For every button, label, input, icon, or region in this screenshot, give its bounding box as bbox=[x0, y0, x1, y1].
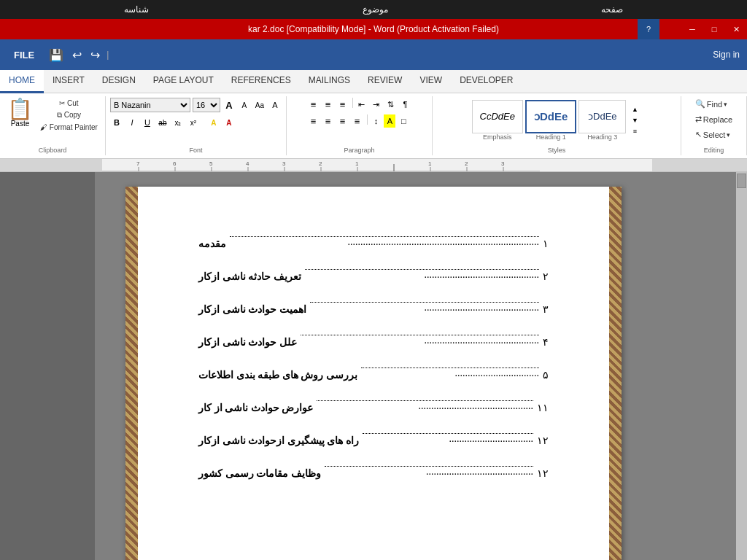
tab-design[interactable]: DESIGN bbox=[93, 70, 144, 93]
toc-title-0: مقدمه bbox=[198, 238, 226, 250]
editing-group: 🔍 Find ▾ ⇄ Replace ↖ Select ▾ Editing bbox=[681, 96, 747, 155]
font-size-select[interactable]: 16 bbox=[193, 98, 220, 112]
toc-dots-7: ........................................… bbox=[325, 466, 534, 467]
paragraph-group-label: Paragraph bbox=[287, 147, 432, 154]
shrink-font-button[interactable]: A bbox=[238, 98, 251, 112]
tab-view[interactable]: VIEW bbox=[411, 70, 451, 93]
show-marks-button[interactable]: ¶ bbox=[398, 98, 411, 111]
sign-in-button[interactable]: Sign in bbox=[713, 50, 740, 60]
save-button[interactable]: 💾 bbox=[44, 45, 68, 65]
minimize-button[interactable]: ─ bbox=[681, 19, 703, 39]
top-nav-movzoo[interactable]: موضوع bbox=[348, 4, 403, 15]
shading-button[interactable]: A bbox=[384, 114, 395, 128]
highlight-button[interactable]: A bbox=[207, 116, 220, 129]
replace-icon: ⇄ bbox=[695, 114, 702, 124]
style-heading1[interactable]: ↄDdEe Heading 1 bbox=[525, 100, 576, 141]
paragraph-group: ≡ ≡ ≡ ⇤ ⇥ ⇅ ¶ ≡ ≡ ≡ ≡ ↕ A □ Paragraph bbox=[287, 96, 433, 155]
style-emphasis-label: Emphasis bbox=[483, 133, 512, 141]
clipboard-group: 📋 Paste ✂ Cut ⧉ Copy 🖌 Format Painter Cl… bbox=[0, 96, 106, 155]
bold-button[interactable]: B bbox=[110, 116, 123, 129]
toc-dots-4: ................................. bbox=[361, 368, 540, 368]
toc-row-5: ۱۱ .....................................… bbox=[198, 402, 549, 414]
tab-developer[interactable]: DEVELOPER bbox=[451, 70, 522, 93]
title-text: kar 2.doc [Compatibility Mode] - Word (P… bbox=[248, 24, 499, 34]
toc-dots-1: ........................................… bbox=[305, 269, 540, 270]
toc-row-6: ۱۲ ................................. راه… bbox=[198, 435, 549, 447]
maximize-button[interactable]: □ bbox=[703, 19, 725, 39]
document-area[interactable]: ۱ ......................................… bbox=[0, 172, 747, 560]
table-of-contents: ۱ ......................................… bbox=[184, 230, 563, 508]
styles-group: CcDdEe Emphasis ↄDdEe Heading 1 ↄDdEe He… bbox=[433, 96, 681, 155]
scrollbar-thumb[interactable] bbox=[737, 174, 746, 188]
tab-references[interactable]: REFERENCES bbox=[222, 70, 300, 93]
tab-home[interactable]: HOME bbox=[0, 70, 44, 93]
format-painter-button[interactable]: 🖌 Format Painter bbox=[37, 122, 101, 133]
redo-button[interactable]: ↪ bbox=[86, 45, 104, 65]
decrease-indent-button[interactable]: ⇤ bbox=[355, 98, 368, 111]
undo-button[interactable]: ↩ bbox=[68, 45, 86, 65]
svg-text:3: 3 bbox=[501, 160, 505, 167]
copy-button[interactable]: ⧉ Copy bbox=[37, 109, 101, 121]
help-button[interactable]: ? bbox=[638, 19, 659, 39]
window-controls[interactable]: ? ─ □ ✕ bbox=[681, 19, 747, 39]
line-spacing-button[interactable]: ↕ bbox=[369, 114, 382, 128]
svg-text:1: 1 bbox=[355, 160, 359, 167]
tab-mailings[interactable]: MAILINGS bbox=[300, 70, 359, 93]
sort-button[interactable]: ⇅ bbox=[384, 98, 397, 111]
svg-text:3: 3 bbox=[282, 160, 286, 167]
cut-icon: ✂ bbox=[59, 99, 65, 107]
replace-button[interactable]: ⇄ Replace bbox=[691, 113, 737, 125]
styles-more-button[interactable]: ≡ bbox=[628, 126, 641, 136]
select-button[interactable]: ↖ Select ▾ bbox=[691, 128, 735, 141]
toc-row-1: ۲ ......................................… bbox=[198, 271, 549, 283]
style-heading3[interactable]: ↄDdEe Heading 3 bbox=[578, 100, 626, 141]
styles-scroll[interactable]: ▲ ▼ ≡ bbox=[628, 104, 641, 136]
align-right-button[interactable]: ≡ bbox=[336, 114, 349, 128]
tab-review[interactable]: REVIEW bbox=[359, 70, 411, 93]
font-name-select[interactable]: B Nazanin bbox=[110, 98, 190, 112]
align-left-button[interactable]: ≡ bbox=[306, 114, 320, 128]
page-right-border bbox=[609, 187, 622, 560]
paste-icon: 📋 bbox=[7, 99, 33, 120]
change-case-button[interactable]: Aa bbox=[253, 98, 266, 112]
bullets-button[interactable]: ≡ bbox=[306, 98, 320, 111]
document-page: ۱ ......................................… bbox=[125, 187, 622, 560]
cut-button[interactable]: ✂ Cut bbox=[37, 98, 101, 109]
align-center-button[interactable]: ≡ bbox=[321, 114, 334, 128]
find-button[interactable]: 🔍 Find ▾ bbox=[691, 98, 732, 110]
style-emphasis[interactable]: CcDdEe Emphasis bbox=[472, 100, 523, 141]
superscript-button[interactable]: x² bbox=[187, 116, 200, 129]
toc-page-1: ۲ bbox=[543, 271, 549, 283]
underline-button[interactable]: U bbox=[141, 116, 154, 129]
toc-page-2: ۳ bbox=[543, 303, 549, 316]
increase-indent-button[interactable]: ⇥ bbox=[369, 98, 382, 111]
tab-insert[interactable]: INSERT bbox=[44, 70, 93, 93]
multilevel-button[interactable]: ≡ bbox=[336, 98, 349, 111]
paste-button[interactable]: 📋 Paste bbox=[4, 98, 36, 129]
grow-font-button[interactable]: A bbox=[222, 98, 236, 112]
toc-page-0: ۱ bbox=[543, 238, 549, 250]
numbering-button[interactable]: ≡ bbox=[321, 98, 334, 111]
toc-title-7: وظایف مقامات رسمی کشور bbox=[198, 467, 321, 480]
top-nav-shenase[interactable]: شناسه bbox=[109, 4, 163, 15]
svg-text:4: 4 bbox=[246, 160, 249, 167]
subscript-button[interactable]: x₂ bbox=[171, 116, 185, 129]
styles-up-button[interactable]: ▲ bbox=[628, 104, 641, 115]
font-color-button[interactable]: A bbox=[222, 116, 236, 129]
clear-icon: A bbox=[272, 101, 277, 109]
italic-button[interactable]: I bbox=[125, 116, 139, 129]
clear-formatting-button[interactable]: A bbox=[268, 98, 282, 112]
font-row-2: B I U ab x₂ x² A A bbox=[110, 116, 236, 129]
close-button[interactable]: ✕ bbox=[725, 19, 747, 39]
top-nav-safhe[interactable]: صفحه bbox=[587, 4, 638, 15]
editing-group-label: Editing bbox=[681, 147, 746, 154]
top-navigation: شناسه موضوع صفحه bbox=[0, 0, 747, 19]
styles-down-button[interactable]: ▼ bbox=[628, 115, 641, 126]
file-tab[interactable]: FILE bbox=[4, 39, 44, 70]
justify-button[interactable]: ≡ bbox=[350, 114, 363, 128]
toc-title-6: راه های پیشگیری ازحوادث ناشی ازکار bbox=[198, 435, 359, 447]
toc-row-2: ۳ ......................................… bbox=[198, 303, 549, 316]
borders-button[interactable]: □ bbox=[397, 114, 410, 128]
strikethrough-button[interactable]: ab bbox=[156, 116, 169, 129]
tab-page-layout[interactable]: PAGE LAYOUT bbox=[144, 70, 222, 93]
